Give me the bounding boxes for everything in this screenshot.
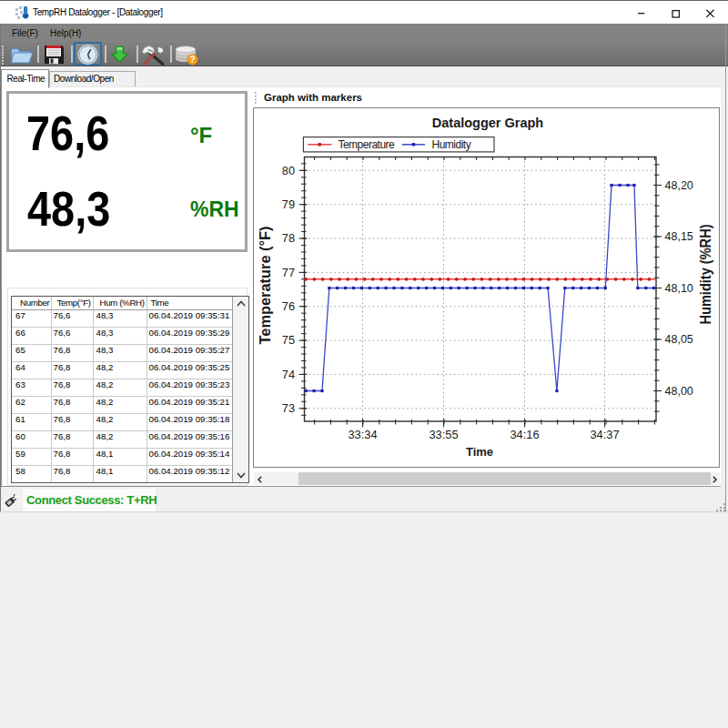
- svg-text:34:37: 34:37: [590, 428, 619, 441]
- svg-text:Humidity: Humidity: [432, 138, 471, 151]
- svg-text:74: 74: [282, 368, 295, 381]
- svg-text:78: 78: [282, 231, 295, 245]
- svg-text:75: 75: [282, 333, 295, 347]
- svg-text:Humidity (%RH): Humidity (%RH): [698, 225, 713, 325]
- svg-text:48,00: 48,00: [665, 385, 693, 398]
- svg-text:76: 76: [282, 299, 295, 313]
- svg-text:48,15: 48,15: [665, 230, 693, 243]
- svg-text:80: 80: [282, 164, 295, 177]
- svg-text:34:16: 34:16: [510, 428, 539, 441]
- svg-text:?: ?: [189, 55, 195, 65]
- svg-text:33:34: 33:34: [348, 428, 377, 441]
- svg-text:48,20: 48,20: [665, 179, 693, 192]
- svg-text:79: 79: [282, 197, 295, 211]
- svg-text:33:55: 33:55: [429, 428, 458, 441]
- svg-text:Datalogger Graph: Datalogger Graph: [432, 116, 543, 130]
- svg-text:Temperature: Temperature: [338, 138, 395, 151]
- svg-text:Temperature (°F): Temperature (°F): [258, 227, 273, 345]
- svg-text:73: 73: [282, 401, 295, 415]
- svg-text:Time: Time: [466, 445, 493, 459]
- svg-text:77: 77: [282, 266, 295, 279]
- svg-text:48,05: 48,05: [665, 333, 693, 346]
- svg-text:48,10: 48,10: [665, 282, 693, 295]
